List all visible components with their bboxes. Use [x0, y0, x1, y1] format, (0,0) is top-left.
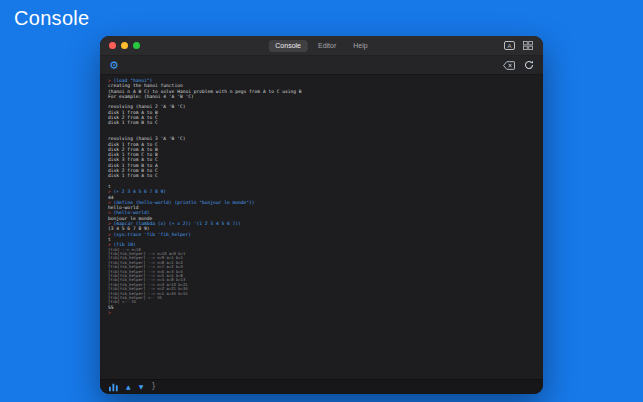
close-window-button[interactable] — [109, 42, 116, 49]
window-controls — [100, 42, 140, 49]
console-statusbar: ▲ ▼ } — [100, 379, 543, 394]
titlebar-actions: A — [504, 41, 543, 50]
console-output[interactable]: > (load "hanoi")creating the hanoi funct… — [100, 75, 543, 379]
tab-help[interactable]: Help — [346, 40, 374, 52]
console-toolbar: ⚙ — [100, 56, 543, 75]
font-badge-letter: A — [507, 43, 511, 49]
console-line-prompt: > — [108, 310, 539, 315]
stats-bars-icon[interactable] — [109, 383, 118, 392]
format-brace-icon[interactable]: } — [151, 383, 156, 391]
minimize-window-button[interactable] — [121, 42, 128, 49]
scroll-to-top-icon[interactable]: ▲ — [126, 384, 131, 390]
view-tabs: ConsoleEditorHelp — [268, 40, 374, 52]
settings-gear-icon[interactable]: ⚙ — [109, 60, 119, 71]
restart-console-icon[interactable] — [524, 60, 534, 70]
console-window: ConsoleEditorHelp A ⚙ — [100, 36, 543, 394]
tab-editor[interactable]: Editor — [311, 40, 343, 52]
font-panel-icon[interactable]: A — [504, 41, 515, 50]
tab-console[interactable]: Console — [268, 40, 308, 52]
desktop-app-title: Console — [14, 7, 89, 30]
toolbar-actions — [503, 60, 534, 70]
clear-console-icon[interactable] — [503, 61, 515, 70]
window-titlebar[interactable]: ConsoleEditorHelp A — [100, 36, 543, 56]
tile-windows-icon[interactable] — [523, 41, 533, 50]
scroll-to-bottom-icon[interactable]: ▼ — [139, 384, 144, 390]
fullscreen-window-button[interactable] — [133, 42, 140, 49]
